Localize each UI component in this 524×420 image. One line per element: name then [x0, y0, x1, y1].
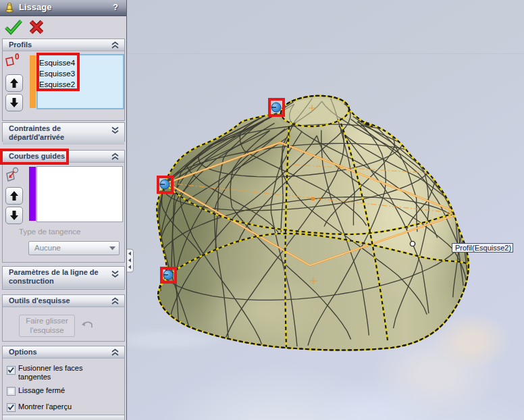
- svg-text:Profil(Esquisse2): Profil(Esquisse2): [455, 244, 511, 252]
- svg-text:0: 0: [15, 52, 20, 61]
